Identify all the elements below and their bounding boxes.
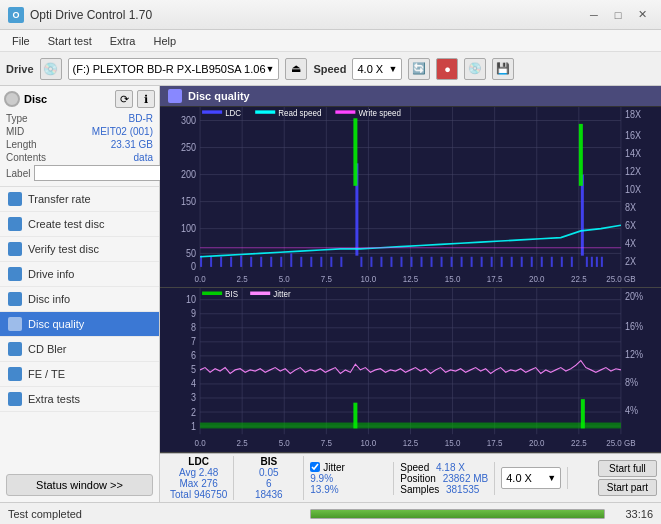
svg-rect-52 <box>210 257 212 267</box>
svg-rect-76 <box>451 257 453 267</box>
disc-label-input[interactable] <box>34 165 167 181</box>
stats-speed-select[interactable]: 4.0 X ▼ <box>501 467 561 489</box>
maximize-button[interactable]: □ <box>607 4 629 26</box>
svg-text:16X: 16X <box>625 129 642 141</box>
chart2-area: 10 9 8 7 6 5 4 3 2 1 20% 16% 12% 8% 4% <box>160 288 661 453</box>
stats-bis-max: 6 <box>240 478 297 489</box>
svg-text:18X: 18X <box>625 109 642 121</box>
jitter-label: Jitter <box>323 462 345 473</box>
sidebar-item-create-test-disc[interactable]: Create test disc <box>0 212 159 237</box>
svg-rect-93 <box>601 257 603 267</box>
svg-rect-88 <box>571 257 573 267</box>
jitter-checkbox-row[interactable]: Jitter <box>310 462 387 473</box>
menu-file[interactable]: File <box>4 33 38 49</box>
nav-items: Transfer rate Create test disc Verify te… <box>0 187 159 468</box>
svg-text:4%: 4% <box>625 405 638 417</box>
drive-info-label: Drive info <box>28 268 74 280</box>
svg-rect-90 <box>586 257 588 267</box>
stats-speed-col: Speed 4.18 X Position 23862 MB Samples 3… <box>394 462 495 495</box>
speed-select-arrow: ▼ <box>389 64 398 74</box>
sidebar-item-disc-info[interactable]: Disc info <box>0 287 159 312</box>
refresh-button[interactable]: 🔄 <box>408 58 430 80</box>
eject-button[interactable]: ⏏ <box>285 58 307 80</box>
svg-rect-81 <box>501 257 503 267</box>
svg-text:50: 50 <box>186 247 196 259</box>
disc-section-title: Disc <box>24 93 47 105</box>
start-full-button[interactable]: Start full <box>598 460 657 477</box>
svg-rect-56 <box>250 257 252 267</box>
svg-text:12.5: 12.5 <box>403 438 419 449</box>
minimize-button[interactable]: ─ <box>583 4 605 26</box>
disc-mid-row: MID MEIT02 (001) <box>4 125 155 138</box>
svg-rect-45 <box>202 110 222 113</box>
svg-text:10X: 10X <box>625 183 642 195</box>
disc-mid-value: MEIT02 (001) <box>92 126 153 137</box>
svg-rect-62 <box>310 257 312 267</box>
svg-rect-82 <box>511 257 513 267</box>
disc-length-label: Length <box>6 139 37 150</box>
svg-text:100: 100 <box>181 222 196 234</box>
speed-select[interactable]: 4.0 X ▼ <box>352 58 402 80</box>
svg-text:200: 200 <box>181 168 196 180</box>
samples-info-label: Samples <box>400 484 439 495</box>
svg-rect-149 <box>581 399 585 428</box>
drive-icon-btn[interactable]: 💿 <box>40 58 62 80</box>
svg-text:7.5: 7.5 <box>321 438 332 449</box>
disc-length-value: 23.31 GB <box>111 139 153 150</box>
speed-label: Speed <box>313 63 346 75</box>
svg-rect-148 <box>200 423 621 429</box>
start-part-button[interactable]: Start part <box>598 479 657 496</box>
disc-length-row: Length 23.31 GB <box>4 138 155 151</box>
svg-text:Write speed: Write speed <box>358 108 401 119</box>
app-title: Opti Drive Control 1.70 <box>30 8 152 22</box>
sidebar-item-extra-tests[interactable]: Extra tests <box>0 387 159 412</box>
stats-bar: LDC Avg 2.48 Max 276 Total 946750 BIS 0.… <box>160 453 661 502</box>
sidebar-item-disc-quality[interactable]: Disc quality <box>0 312 159 337</box>
svg-rect-57 <box>260 257 262 267</box>
speed-info-row: Speed 4.18 X <box>400 462 488 473</box>
menu-start-test[interactable]: Start test <box>40 33 100 49</box>
fe-te-icon <box>8 367 22 381</box>
stats-ldc-avg: Avg 2.48 <box>170 467 227 478</box>
svg-text:LDC: LDC <box>225 108 241 119</box>
svg-rect-72 <box>411 257 413 267</box>
stats-ldc-col: LDC Avg 2.48 Max 276 Total 946750 <box>164 456 234 500</box>
svg-text:3: 3 <box>191 392 197 404</box>
status-bar: Test completed 33:16 <box>0 502 661 524</box>
disc-info-icon <box>8 292 22 306</box>
disc-info-btn[interactable]: ℹ <box>137 90 155 108</box>
extra-tests-label: Extra tests <box>28 393 80 405</box>
menu-help[interactable]: Help <box>145 33 184 49</box>
speed-select-value: 4.0 X <box>357 63 383 75</box>
disc-refresh-btn[interactable]: ⟳ <box>115 90 133 108</box>
svg-text:BIS: BIS <box>225 289 238 300</box>
disc-button1[interactable]: ● <box>436 58 458 80</box>
svg-text:5.0: 5.0 <box>279 438 290 449</box>
svg-text:7.5: 7.5 <box>321 273 332 284</box>
svg-text:8: 8 <box>191 322 197 334</box>
sidebar-item-fe-te[interactable]: FE / TE <box>0 362 159 387</box>
sidebar-item-drive-info[interactable]: Drive info <box>0 262 159 287</box>
disc-icon <box>4 91 20 107</box>
title-controls: ─ □ ✕ <box>583 4 653 26</box>
svg-text:4X: 4X <box>625 237 637 249</box>
sidebar-item-transfer-rate[interactable]: Transfer rate <box>0 187 159 212</box>
samples-info-value: 381535 <box>446 484 479 495</box>
stats-jitter-avg: 9.9% <box>310 473 387 484</box>
close-button[interactable]: ✕ <box>631 4 653 26</box>
drive-select[interactable]: (F:) PLEXTOR BD-R PX-LB950SA 1.06 ▼ <box>68 58 280 80</box>
jitter-checkbox[interactable] <box>310 462 320 472</box>
sidebar-item-cd-bler[interactable]: CD Bler <box>0 337 159 362</box>
svg-text:20%: 20% <box>625 290 643 302</box>
disc-button2[interactable]: 💿 <box>464 58 486 80</box>
stats-ldc-max: Max 276 <box>170 478 227 489</box>
svg-text:17.5: 17.5 <box>487 438 503 449</box>
save-button[interactable]: 💾 <box>492 58 514 80</box>
menu-extra[interactable]: Extra <box>102 33 144 49</box>
status-window-btn[interactable]: Status window >> <box>6 474 153 496</box>
svg-text:12X: 12X <box>625 165 642 177</box>
sidebar-item-verify-test-disc[interactable]: Verify test disc <box>0 237 159 262</box>
disc-contents-label: Contents <box>6 152 46 163</box>
svg-rect-78 <box>471 257 473 267</box>
stats-speed-select-arrow: ▼ <box>547 473 556 483</box>
